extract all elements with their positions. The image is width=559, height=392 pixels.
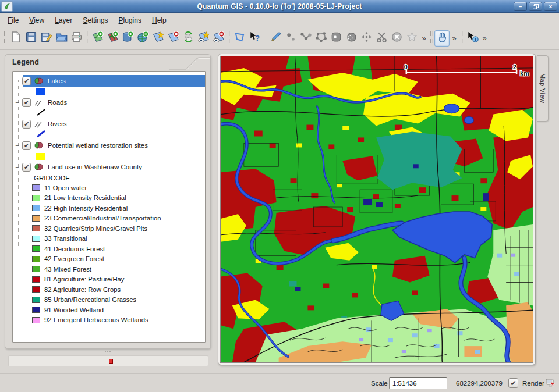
class-swatch: [32, 205, 40, 211]
open-project-button[interactable]: [54, 30, 69, 47]
legend-class-32[interactable]: 32 Quarries/Strip Mines/Gravel Pits: [13, 223, 205, 234]
save-project-button[interactable]: [23, 30, 38, 47]
qgis-window: Quantum GIS - 0.10.0-Io ('Io') 2008-05-L…: [0, 0, 559, 392]
remove-all-from-overview-icon: [213, 31, 225, 45]
legend-class-91[interactable]: 91 Wooded Wetland: [13, 305, 205, 315]
legend-class-42[interactable]: 42 Evergreen Forest: [13, 254, 205, 265]
map-canvas[interactable]: 0 2 km: [220, 56, 533, 363]
add-vector-layer-icon: [91, 31, 104, 45]
legend-class-22[interactable]: 22 High Intensity Residential: [13, 203, 205, 213]
select-features-button[interactable]: [232, 30, 247, 47]
toolbar-overflow-button[interactable]: »: [419, 31, 429, 46]
star-tool-button[interactable]: [404, 30, 419, 47]
titlebar[interactable]: Quantum GIS - 0.10.0-Io ('Io') 2008-05-L…: [0, 0, 559, 13]
menu-plugins[interactable]: Plugins: [114, 15, 147, 26]
toggle-editing-button[interactable]: [268, 30, 283, 47]
add-raster-layer-button[interactable]: [105, 30, 120, 47]
layer-visibility-checkbox[interactable]: ✔: [22, 163, 31, 172]
layer-visibility-checkbox[interactable]: ✔: [22, 120, 31, 129]
whats-this-button[interactable]: ?: [247, 30, 262, 47]
legend-class-21[interactable]: 21 Low Intensity Residential: [13, 193, 205, 204]
move-feature-button[interactable]: [328, 30, 344, 47]
legend-class-23[interactable]: 23 Commercial/Industrial/Transportation: [13, 213, 205, 224]
delete-selected-icon: [391, 31, 403, 45]
legend-class-82[interactable]: 82 Agriculture: Row Crops: [13, 284, 205, 295]
add-postgis-layer-button[interactable]: [120, 30, 135, 47]
add-to-overview-button[interactable]: [181, 30, 196, 47]
legend-class-92[interactable]: 92 Emergent Herbaceous Wetlands: [13, 315, 205, 326]
close-button[interactable]: ×: [544, 2, 557, 11]
legend-layer-roads[interactable]: −✔Roads: [13, 97, 205, 108]
layer-label: Rivers: [45, 120, 67, 127]
tree-expander[interactable]: −: [13, 99, 22, 106]
add-all-to-overview-button[interactable]: [196, 30, 211, 47]
restore-button[interactable]: [529, 2, 542, 11]
render-suspend-icon[interactable]: [546, 378, 556, 390]
split-features-button[interactable]: [344, 30, 359, 47]
legend-header[interactable]: Legend: [5, 55, 210, 70]
legend-class-81[interactable]: 81 Agriculture: Pasture/Hay: [13, 275, 205, 285]
legend-class-11[interactable]: 11 Open water: [13, 183, 205, 193]
tree-expander[interactable]: −: [13, 120, 22, 127]
legend-class-43[interactable]: 43 Mixed Forest: [13, 264, 205, 275]
save-project-as-button[interactable]: [38, 30, 54, 47]
toggle-editing-icon: [270, 31, 282, 45]
panel-splitter[interactable]: [211, 54, 218, 349]
legend-class-33[interactable]: 33 Transitional: [13, 234, 205, 244]
capture-polygon-button[interactable]: [313, 30, 328, 47]
pan-button[interactable]: [434, 30, 450, 47]
capture-line-icon: [300, 31, 312, 45]
capture-line-button[interactable]: [298, 30, 313, 47]
move-feature-icon: [330, 31, 342, 45]
legend-layer-potential-wetland-restoration-sites[interactable]: −✔Potential wetland restoration sites: [13, 140, 205, 151]
tree-expander[interactable]: −: [13, 142, 22, 149]
legend-tree[interactable]: −✔Lakes−✔Roads−✔Rivers−✔Potential wetlan…: [12, 71, 206, 343]
menu-file[interactable]: File: [2, 15, 24, 26]
move-vertex-button[interactable]: [359, 30, 374, 47]
scale-input[interactable]: [389, 377, 447, 389]
map-overview-panel[interactable]: [8, 355, 208, 366]
layer-symbol-row: [13, 130, 205, 140]
render-checkbox[interactable]: ✔: [508, 378, 518, 388]
new-vector-layer-button[interactable]: [150, 30, 165, 47]
legend-overview-splitter[interactable]: [99, 349, 116, 354]
layer-visibility-checkbox[interactable]: ✔: [22, 98, 31, 107]
new-project-button[interactable]: [8, 30, 23, 47]
toolbar-overflow-button[interactable]: »: [480, 31, 489, 46]
scalebar-start-label: 0: [404, 63, 408, 70]
menu-layer[interactable]: Layer: [49, 15, 77, 26]
add-wms-layer-button[interactable]: [135, 30, 150, 47]
legend-layer-rivers[interactable]: −✔Rivers: [13, 118, 205, 130]
menu-help[interactable]: Help: [147, 15, 172, 26]
add-wms-layer-icon: [137, 31, 149, 45]
remove-all-from-overview-button[interactable]: [211, 30, 226, 47]
legend-class-85[interactable]: 85 Urban/Recreational Grasses: [13, 295, 205, 305]
menu-view[interactable]: View: [24, 15, 49, 26]
pan-icon: [436, 31, 448, 45]
legend-class-41[interactable]: 41 Deciduous Forest: [13, 244, 205, 254]
toolbar-separator: [86, 31, 88, 45]
tree-expander[interactable]: −: [13, 163, 22, 170]
tab-map-view[interactable]: Map View: [537, 55, 549, 122]
menu-settings[interactable]: Settings: [77, 15, 113, 26]
layer-visibility-checkbox[interactable]: ✔: [22, 141, 31, 150]
capture-polygon-icon: [315, 31, 327, 45]
print-button[interactable]: [69, 30, 84, 47]
legend-layer-land-use-in-washtenaw-county[interactable]: −✔Land use in Washtenaw County: [13, 161, 205, 173]
add-to-overview-icon: [182, 31, 194, 45]
identify-button[interactable]: i: [465, 30, 480, 47]
layer-visibility-checkbox[interactable]: ✔: [22, 77, 31, 85]
tree-expander[interactable]: −: [13, 77, 22, 84]
minimize-button[interactable]: –: [514, 2, 527, 11]
toolbar-overflow-button[interactable]: »: [450, 31, 459, 46]
cut-features-button[interactable]: [374, 30, 389, 47]
add-vector-layer-button[interactable]: [90, 30, 105, 47]
add-all-to-overview-icon: [197, 31, 210, 45]
capture-point-button[interactable]: [283, 30, 298, 47]
legend-layer-lakes[interactable]: −✔Lakes: [13, 75, 205, 87]
map-frame: 0 2 km: [218, 54, 536, 365]
remove-layer-button[interactable]: [165, 30, 181, 47]
delete-selected-button[interactable]: [389, 30, 404, 47]
overview-extent-rect[interactable]: [109, 359, 113, 364]
toolbar-separator: [461, 31, 463, 45]
